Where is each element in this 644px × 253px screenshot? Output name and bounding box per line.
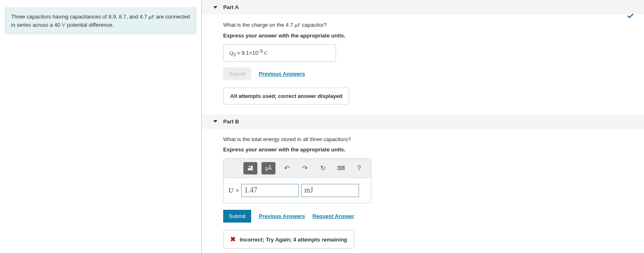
problem-unit-1: μF (149, 14, 154, 20)
caret-down-icon (213, 120, 217, 123)
part-b-body: What is the total energy stored in all t… (202, 129, 644, 253)
part-a-buttons: Submit Previous Answers (223, 67, 644, 80)
part-a-q-pre: What is the charge on the 4.7 (223, 22, 294, 28)
part-a-answer-display: Q3 = 9.1×10−5 C (223, 44, 336, 62)
reset-icon[interactable]: ↻ (316, 162, 330, 174)
part-b-title: Part B (223, 118, 239, 125)
answer-var: Q (229, 50, 233, 56)
problem-statement: Three capacitors having capacitances of … (5, 7, 196, 34)
part-b-instruction: Express your answer with the appropriate… (223, 146, 644, 153)
help-icon[interactable]: ? (352, 162, 366, 174)
problem-panel: Three capacitors having capacitances of … (0, 0, 202, 253)
answer-unit: C (263, 50, 268, 56)
part-a-instruction: Express your answer with the appropriate… (223, 32, 644, 39)
problem-text-pre: Three capacitors having capacitances of … (11, 14, 149, 20)
problem-unit-2: V (62, 22, 65, 28)
answer-toolbar: μÅ ↶ ↷ ↻ ⌨ ? (224, 159, 371, 178)
units-button[interactable]: μÅ (261, 162, 275, 174)
value-input[interactable] (241, 184, 299, 197)
part-b-submit-button[interactable]: Submit (223, 210, 251, 223)
part-a-q-unit: μF (294, 22, 300, 28)
part-b-question: What is the total energy stored in all t… (223, 136, 644, 142)
x-icon: ✖ (230, 236, 236, 243)
template-picker-button[interactable] (243, 162, 257, 174)
part-a-previous-answers-link[interactable]: Previous Answers (259, 71, 305, 77)
part-b-request-answer-link[interactable]: Request Answer (313, 213, 354, 219)
part-b-header[interactable]: Part B (202, 114, 644, 129)
answer-val: 9.1×10 (242, 50, 258, 56)
part-a-submit-button: Submit (223, 67, 251, 80)
redo-icon[interactable]: ↷ (298, 162, 312, 174)
answer-exp: −5 (258, 49, 263, 53)
part-a-body: What is the charge on the 4.7 μF capacit… (202, 14, 644, 114)
equals-label: = (236, 187, 239, 193)
unit-input[interactable] (301, 184, 359, 197)
part-a-q-post: capacitor? (301, 22, 327, 28)
part-b-feedback: ✖Incorrect; Try Again; 4 attempts remain… (223, 230, 354, 248)
undo-icon[interactable]: ↶ (280, 162, 294, 174)
part-a-title: Part A (223, 4, 239, 10)
part-b-feedback-text: Incorrect; Try Again; 4 attempts remaini… (240, 237, 347, 243)
variable-label: U (229, 187, 233, 194)
check-icon (627, 12, 634, 21)
part-a-feedback: All attempts used; correct answer displa… (223, 88, 349, 104)
part-b-buttons: Submit Previous Answers Request Answer (223, 210, 644, 223)
part-a-question: What is the charge on the 4.7 μF capacit… (223, 22, 644, 28)
part-a-header[interactable]: Part A (202, 0, 644, 14)
problem-text-post: potential difference. (65, 22, 114, 28)
keyboard-icon[interactable]: ⌨ (334, 162, 348, 174)
caret-down-icon (213, 6, 217, 9)
answer-input-row: U = (224, 178, 371, 203)
part-b-previous-answers-link[interactable]: Previous Answers (259, 213, 305, 219)
part-b-answer-panel: μÅ ↶ ↷ ↻ ⌨ ? U = (223, 158, 371, 203)
answer-eq: = (236, 50, 242, 56)
